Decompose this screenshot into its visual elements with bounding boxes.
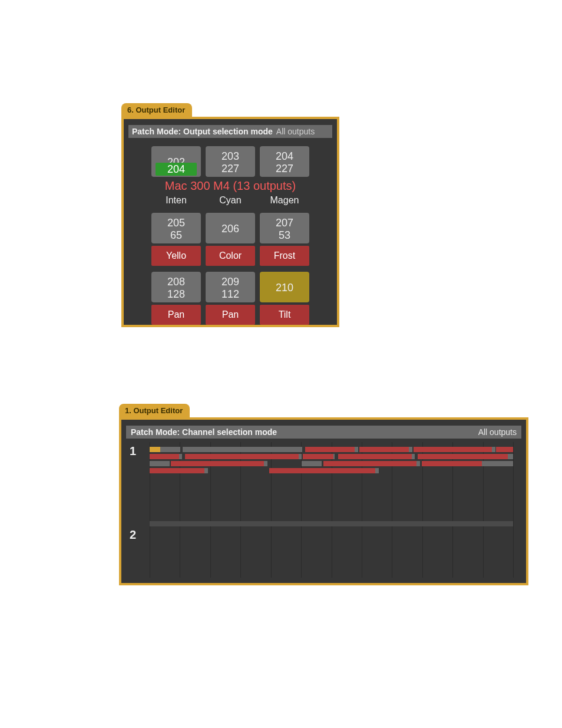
- output-value: 227: [222, 163, 239, 175]
- channel-segment[interactable]: [418, 454, 508, 459]
- row-number: 1: [130, 444, 136, 458]
- attr-band[interactable]: Tilt: [260, 305, 309, 325]
- channel-segment[interactable]: [508, 454, 513, 459]
- output-channel: 210: [276, 282, 293, 294]
- channel-segment[interactable]: [416, 461, 420, 466]
- output-cell[interactable]: 209 112: [206, 272, 255, 302]
- output-cell[interactable]: 208 128: [151, 272, 201, 302]
- cell-row: 202 204 203 227 204 227: [126, 146, 335, 177]
- panel-tab[interactable]: 6. Output Editor: [121, 103, 192, 117]
- channel-segment[interactable]: [299, 454, 302, 459]
- output-cell[interactable]: 204 227: [260, 146, 309, 177]
- output-value: 112: [222, 288, 239, 301]
- output-channel: 207: [276, 217, 293, 229]
- output-cell[interactable]: 206: [206, 213, 255, 243]
- device-label: Mac 300 M4 (13 outputs): [126, 179, 335, 193]
- channel-segment[interactable]: [160, 447, 180, 452]
- channel-segment[interactable]: [183, 447, 302, 452]
- channel-segment[interactable]: [412, 454, 415, 459]
- output-channel: 204: [276, 150, 293, 163]
- attr-band[interactable]: Pan: [206, 305, 255, 325]
- output-value: 65: [170, 229, 182, 242]
- attr-band-row: Pan Pan Tilt: [126, 305, 335, 325]
- output-value: 227: [276, 163, 293, 175]
- channel-segment[interactable]: [355, 447, 358, 452]
- cell-row: 205 65 206 207 53: [126, 213, 335, 243]
- channel-segment[interactable]: [359, 447, 409, 452]
- mode-label: Patch Mode: Output selection mode: [132, 127, 273, 136]
- channel-segment[interactable]: [409, 447, 412, 452]
- channel-grid[interactable]: 1 2: [126, 442, 521, 578]
- attr-band[interactable]: Pan: [151, 305, 201, 325]
- channel-segment[interactable]: [264, 461, 267, 466]
- channel-segment[interactable]: [185, 454, 299, 459]
- panel-body: Patch Mode: Output selection mode All ou…: [121, 117, 339, 327]
- channel-segment[interactable]: [150, 521, 513, 526]
- panel-tab[interactable]: 1. Output Editor: [119, 404, 190, 417]
- channel-segment[interactable]: [303, 454, 333, 459]
- output-channel: 203: [222, 150, 239, 163]
- channel-segment[interactable]: [302, 461, 322, 466]
- output-value: 53: [279, 229, 290, 242]
- channel-segment[interactable]: [150, 461, 170, 466]
- attr-label-row: Inten Cyan Magen: [126, 195, 335, 206]
- channel-segment[interactable]: [179, 454, 182, 459]
- channel-segment[interactable]: [150, 447, 160, 452]
- mode-filter: All outputs: [478, 427, 517, 437]
- output-cells: 202 204 203 227 204 227 Mac 300 M4 (13 o…: [124, 143, 337, 325]
- output-channel: 205: [167, 217, 185, 229]
- output-channel: 206: [222, 223, 239, 235]
- attr-band-row: Yello Color Frost: [126, 246, 335, 266]
- output-cell[interactable]: 202 204: [151, 146, 201, 177]
- channel-strip-row: [150, 461, 521, 466]
- output-cell[interactable]: 203 227: [206, 146, 255, 177]
- attr-label: Inten: [151, 195, 201, 206]
- mode-label: Patch Mode: Channel selection mode: [131, 427, 277, 437]
- channel-segment[interactable]: [323, 461, 416, 466]
- channel-segment[interactable]: [150, 468, 204, 473]
- channel-segment[interactable]: [204, 468, 208, 473]
- output-editor-panel-6: 6. Output Editor Patch Mode: Output sele…: [121, 103, 339, 327]
- channel-segment[interactable]: [492, 447, 495, 452]
- attr-label: Magen: [260, 195, 309, 206]
- output-cell[interactable]: 205 65: [151, 213, 201, 243]
- channel-strip-row: [150, 454, 521, 459]
- channel-segment[interactable]: [422, 461, 482, 466]
- channel-segment[interactable]: [171, 461, 264, 466]
- output-channel: 208: [167, 276, 185, 288]
- channel-segment[interactable]: [150, 454, 179, 459]
- panel-body: Patch Mode: Channel selection mode All o…: [119, 417, 528, 585]
- channel-segment[interactable]: [496, 447, 513, 452]
- mode-bar[interactable]: Patch Mode: Output selection mode All ou…: [128, 125, 332, 138]
- output-channel: 209: [222, 276, 239, 288]
- channel-segment[interactable]: [414, 447, 492, 452]
- channel-strip-row: [150, 447, 521, 452]
- mode-filter: All outputs: [276, 127, 315, 136]
- output-cell[interactable]: 207 53: [260, 213, 309, 243]
- output-editor-panel-1: 1. Output Editor Patch Mode: Channel sel…: [119, 404, 528, 585]
- channel-strip-row: [150, 521, 521, 526]
- output-value-badge: 204: [156, 163, 197, 176]
- attr-label: Cyan: [206, 195, 255, 206]
- output-value: 128: [167, 288, 185, 301]
- mode-bar[interactable]: Patch Mode: Channel selection mode All o…: [126, 426, 521, 439]
- attr-band[interactable]: Frost: [260, 246, 309, 266]
- channel-segment[interactable]: [269, 468, 375, 473]
- cell-row: 208 128 209 112 210: [126, 272, 335, 302]
- channel-strip-row: [150, 468, 521, 473]
- channel-segment[interactable]: [338, 454, 412, 459]
- output-cell-selected[interactable]: 210: [260, 272, 309, 302]
- attr-band[interactable]: Color: [206, 246, 255, 266]
- channel-segment[interactable]: [333, 454, 335, 459]
- channel-segment[interactable]: [305, 447, 355, 452]
- channel-segment[interactable]: [375, 468, 379, 473]
- channel-segment[interactable]: [482, 461, 513, 466]
- attr-band[interactable]: Yello: [151, 246, 201, 266]
- row-number: 2: [130, 528, 136, 542]
